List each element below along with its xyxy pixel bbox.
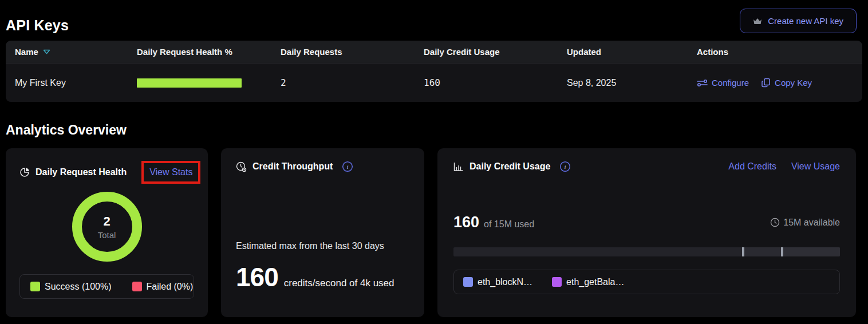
table-header-row: Name Daily Request Health % Daily Reques… — [6, 41, 862, 63]
credit-usage-card-title: Daily Credit Usage — [469, 161, 550, 172]
api-keys-dashboard: API Keys Create new API key Name Daily R… — [0, 0, 868, 324]
page-title: API Keys — [6, 17, 69, 34]
credit-usage-legend: eth_blockN… eth_getBala… — [453, 270, 840, 294]
health-donut-chart: 2 Total — [72, 192, 142, 262]
legend-item-blocknumber: eth_blockN… — [463, 277, 532, 287]
copy-icon — [762, 78, 771, 88]
success-swatch — [30, 282, 40, 291]
health-donut-wrap: 2 Total — [19, 192, 194, 262]
donut-total-label: Total — [98, 230, 116, 240]
table-row[interactable]: My First Key 2 160 Sep 8, 2025 Configure — [6, 63, 862, 102]
health-bar-cell — [137, 78, 281, 88]
getbalance-swatch — [552, 277, 562, 287]
analytics-cards: Daily Request Health View Stats 2 Total … — [6, 148, 856, 317]
daily-request-health-card: Daily Request Health View Stats 2 Total … — [6, 148, 208, 317]
key-name-cell: My First Key — [15, 78, 137, 88]
clock-icon — [770, 218, 780, 227]
api-keys-table: Name Daily Request Health % Daily Reques… — [6, 41, 862, 102]
add-credits-link[interactable]: Add Credits — [728, 161, 776, 172]
credits-used-value: 160 — [453, 214, 479, 231]
sliders-icon — [697, 78, 708, 88]
page-header: API Keys Create new API key — [0, 0, 868, 34]
gauge-icon — [236, 161, 247, 172]
info-icon[interactable]: i — [559, 161, 571, 172]
usage-stat-row: 160 of 15M used 15M available — [453, 214, 840, 231]
credit-usage-card-header: Daily Credit Usage i Add Credits View Us… — [453, 161, 840, 172]
health-progress-bar — [137, 78, 242, 88]
credits-available: 15M available — [770, 218, 840, 228]
crown-icon — [753, 17, 762, 25]
daily-credit-usage-card: Daily Credit Usage i Add Credits View Us… — [437, 148, 856, 317]
daily-credit-usage-cell: 160 — [424, 77, 567, 88]
create-api-key-button[interactable]: Create new API key — [740, 9, 857, 33]
info-icon[interactable]: i — [342, 161, 353, 172]
credit-usage-progress-bar — [453, 247, 840, 256]
blocknumber-swatch — [463, 277, 473, 287]
bar-tick-1 — [742, 247, 744, 256]
copy-key-label: Copy Key — [775, 78, 812, 88]
health-card-title: Daily Request Health — [35, 167, 127, 177]
failed-swatch — [132, 282, 142, 291]
credits-used-label: of 15M used — [484, 219, 534, 230]
throughput-card-title: Credit Throughput — [252, 161, 333, 172]
bar-tick-2 — [781, 247, 783, 256]
credit-throughput-card: Credit Throughput i Estimated max from t… — [221, 148, 424, 317]
credit-usage-links: Add Credits View Usage — [728, 161, 840, 172]
copy-key-button[interactable]: Copy Key — [762, 78, 812, 88]
actions-cell: Configure Copy Key — [697, 78, 862, 88]
annotation-highlight-box: View Stats — [141, 161, 200, 184]
column-header-actions: Actions — [697, 47, 862, 57]
create-api-key-label: Create new API key — [768, 16, 843, 26]
updated-cell: Sep 8, 2025 — [567, 78, 697, 88]
throughput-card-header: Credit Throughput i — [236, 161, 409, 172]
throughput-subtitle: Estimated max from the last 30 days — [236, 241, 409, 251]
column-header-credit-usage: Daily Credit Usage — [424, 47, 567, 57]
legend-item-success: Success (100%) — [30, 282, 112, 292]
health-legend: Success (100%) Failed (0%) — [19, 274, 194, 299]
blocknumber-label: eth_blockN… — [478, 277, 532, 287]
view-usage-link[interactable]: View Usage — [791, 161, 840, 172]
getbalance-label: eth_getBala… — [566, 277, 624, 287]
view-stats-link[interactable]: View Stats — [149, 167, 192, 177]
svg-text:i: i — [347, 163, 349, 170]
throughput-value-row: 160 credits/second of 4k used — [236, 262, 409, 293]
svg-text:i: i — [565, 163, 566, 170]
credits-available-label: 15M available — [783, 218, 840, 228]
success-label: Success (100%) — [45, 282, 112, 292]
sort-chevron-icon[interactable] — [43, 49, 50, 54]
failed-label: Failed (0%) — [147, 282, 194, 292]
health-card-header: Daily Request Health View Stats — [19, 161, 194, 184]
bar-segment-end — [781, 247, 840, 256]
legend-item-failed: Failed (0%) — [132, 282, 194, 292]
throughput-value: 160 — [236, 262, 278, 293]
bar-chart-icon — [453, 162, 464, 172]
column-header-name[interactable]: Name — [15, 47, 137, 57]
configure-button[interactable]: Configure — [697, 78, 749, 88]
throughput-unit: credits/second of 4k used — [284, 278, 394, 289]
column-header-updated: Updated — [567, 47, 697, 57]
legend-item-getbalance: eth_getBala… — [552, 277, 624, 287]
column-header-health: Daily Request Health % — [137, 47, 281, 57]
donut-total-value: 2 — [103, 214, 110, 229]
pie-chart-icon — [19, 167, 30, 177]
column-header-requests: Daily Requests — [281, 47, 424, 57]
analytics-overview-title: Analytics Overview — [6, 123, 868, 138]
configure-label: Configure — [712, 78, 749, 88]
daily-requests-cell: 2 — [281, 77, 424, 88]
